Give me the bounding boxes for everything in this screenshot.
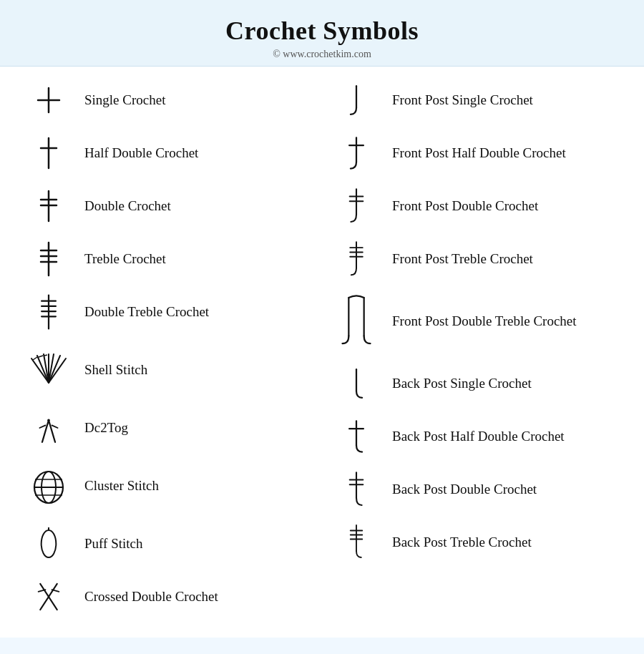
icon-fp-double-crochet [328, 187, 385, 225]
label-treble-crochet: Treble Crochet [77, 250, 166, 268]
label-single-crochet: Single Crochet [77, 92, 165, 109]
icon-bp-treble-crochet [328, 523, 385, 562]
row-puff-stitch: Puff Stitch [14, 517, 322, 570]
label-crossed-double-crochet: Crossed Double Crochet [77, 588, 218, 606]
page: Crochet Symbols © www.crochetkim.com Sin… [0, 0, 644, 654]
row-bp-single-crochet: Back Post Single Crochet [322, 357, 630, 410]
row-half-double-crochet: Half Double Crochet [14, 127, 322, 180]
label-fp-double-crochet: Front Post Double Crochet [385, 197, 538, 215]
icon-shell-stitch [20, 346, 77, 394]
svg-line-24 [39, 356, 43, 357]
header: Crochet Symbols © www.crochetkim.com [0, 0, 644, 67]
label-fp-single-crochet: Front Post Single Crochet [385, 92, 533, 109]
icon-treble-crochet [20, 240, 77, 278]
icon-double-treble-crochet [20, 293, 77, 331]
row-bp-treble-crochet: Back Post Treble Crochet [322, 516, 630, 569]
page-title: Crochet Symbols [0, 16, 644, 46]
row-single-crochet: Single Crochet [14, 74, 322, 127]
svg-line-27 [49, 420, 55, 442]
svg-line-29 [52, 425, 58, 428]
label-double-crochet: Double Crochet [77, 197, 171, 215]
icon-bp-single-crochet [328, 364, 385, 403]
label-bp-single-crochet: Back Post Single Crochet [385, 375, 532, 393]
icon-bp-double-crochet [328, 470, 385, 509]
icon-bp-half-double-crochet [328, 417, 385, 456]
icon-fp-single-crochet [328, 81, 385, 119]
label-fp-double-treble-crochet: Front Post Double Treble Crochet [385, 313, 577, 331]
row-fp-treble-crochet: Front Post Treble Crochet [322, 233, 630, 285]
label-double-treble-crochet: Double Treble Crochet [77, 303, 209, 321]
label-half-double-crochet: Half Double Crochet [77, 145, 198, 162]
row-crossed-double-crochet: Crossed Double Crochet [14, 570, 322, 623]
row-shell-stitch: Shell Stitch [14, 338, 322, 401]
label-bp-treble-crochet: Back Post Treble Crochet [385, 534, 532, 552]
icon-dc2tog [20, 409, 77, 447]
row-fp-single-crochet: Front Post Single Crochet [322, 74, 630, 127]
row-bp-double-crochet: Back Post Double Crochet [322, 463, 630, 516]
row-double-crochet: Double Crochet [14, 180, 322, 233]
label-fp-treble-crochet: Front Post Treble Crochet [385, 250, 533, 268]
icon-double-crochet [20, 187, 77, 225]
left-column: Single Crochet Half Double Crochet [14, 74, 322, 623]
icon-fp-double-treble-crochet [328, 293, 385, 350]
svg-line-25 [44, 355, 47, 356]
label-shell-stitch: Shell Stitch [77, 361, 147, 379]
svg-point-36 [42, 530, 57, 557]
svg-line-28 [39, 425, 45, 428]
row-fp-half-double-crochet: Front Post Half Double Crochet [322, 127, 630, 180]
row-dc2tog: Dc2Tog [14, 401, 322, 454]
row-bp-half-double-crochet: Back Post Half Double Crochet [322, 410, 630, 463]
svg-line-26 [42, 420, 49, 442]
icon-single-crochet [20, 81, 77, 119]
content-grid: Single Crochet Half Double Crochet [0, 67, 644, 638]
label-dc2tog: Dc2Tog [77, 419, 128, 437]
row-fp-double-crochet: Front Post Double Crochet [322, 180, 630, 233]
row-fp-double-treble-crochet: Front Post Double Treble Crochet [322, 285, 630, 357]
label-bp-double-crochet: Back Post Double Crochet [385, 481, 537, 499]
row-double-treble-crochet: Double Treble Crochet [14, 285, 322, 338]
icon-cluster-stitch [20, 462, 77, 510]
label-fp-half-double-crochet: Front Post Half Double Crochet [385, 145, 566, 162]
icon-half-double-crochet [20, 134, 77, 172]
site-credit: © www.crochetkim.com [0, 49, 644, 60]
icon-puff-stitch [20, 524, 77, 563]
label-bp-half-double-crochet: Back Post Half Double Crochet [385, 428, 565, 446]
label-puff-stitch: Puff Stitch [77, 535, 142, 553]
icon-fp-treble-crochet [328, 240, 385, 278]
label-cluster-stitch: Cluster Stitch [77, 477, 159, 495]
right-column: Front Post Single Crochet Front Post Hal… [322, 74, 630, 623]
row-treble-crochet: Treble Crochet [14, 233, 322, 285]
icon-crossed-double-crochet [20, 577, 77, 616]
row-cluster-stitch: Cluster Stitch [14, 454, 322, 517]
svg-point-30 [47, 419, 50, 421]
svg-line-23 [33, 357, 37, 360]
icon-fp-half-double-crochet [328, 134, 385, 172]
